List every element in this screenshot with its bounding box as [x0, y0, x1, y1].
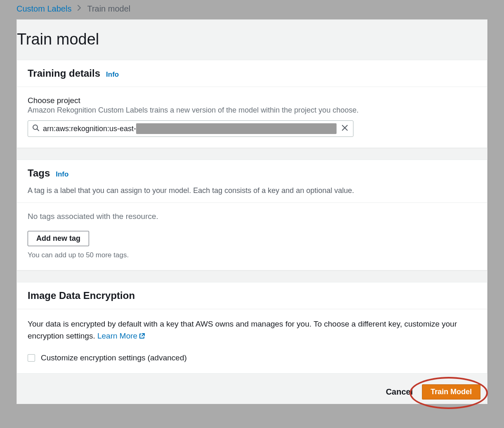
chevron-right-icon [77, 5, 81, 13]
training-details-info-link[interactable]: Info [106, 71, 119, 79]
choose-project-label: Choose project [28, 96, 476, 105]
tags-heading: Tags [28, 167, 50, 179]
image-data-encryption-panel: Image Data Encryption Your data is encry… [17, 282, 487, 374]
breadcrumb-current: Train model [87, 4, 130, 14]
train-model-button[interactable]: Train Model [422, 384, 480, 400]
breadcrumb: Custom Labels Train model [0, 0, 504, 19]
project-arn-value: arn:aws:rekognition:us-east- [43, 125, 136, 133]
tags-subtext: A tag is a label that you can assign to … [28, 186, 476, 195]
search-icon [32, 124, 40, 133]
footer-actions: Cancel Train Model [17, 374, 487, 404]
page-title: Train model [17, 20, 487, 60]
tags-panel: Tags Info A tag is a label that you can … [17, 160, 487, 270]
customize-encryption-checkbox-row[interactable]: Customize encryption settings (advanced) [28, 353, 476, 362]
tags-info-link[interactable]: Info [56, 170, 68, 179]
encryption-learn-more-link[interactable]: Learn More [97, 332, 145, 340]
svg-line-1 [37, 129, 39, 131]
tags-hint: You can add up to 50 more tags. [28, 251, 476, 259]
project-arn-redacted [136, 123, 337, 134]
encryption-description: Your data is encrypted by default with a… [28, 318, 476, 343]
customize-encryption-checkbox[interactable] [28, 354, 35, 362]
choose-project-input[interactable]: arn:aws:rekognition:us-east- [28, 120, 353, 137]
encryption-heading: Image Data Encryption [28, 290, 135, 301]
training-details-heading: Training details [28, 68, 100, 79]
breadcrumb-root-link[interactable]: Custom Labels [16, 4, 71, 14]
clear-input-button[interactable] [339, 125, 351, 133]
training-details-panel: Training details Info Choose project Ama… [17, 60, 487, 148]
customize-encryption-label: Customize encryption settings (advanced) [41, 353, 187, 362]
choose-project-description: Amazon Rekognition Custom Labels trains … [28, 106, 476, 115]
tags-empty-text: No tags associated with the resource. [28, 212, 476, 221]
cancel-button[interactable]: Cancel [386, 387, 413, 397]
external-link-icon [139, 332, 145, 341]
add-new-tag-button[interactable]: Add new tag [28, 231, 89, 246]
